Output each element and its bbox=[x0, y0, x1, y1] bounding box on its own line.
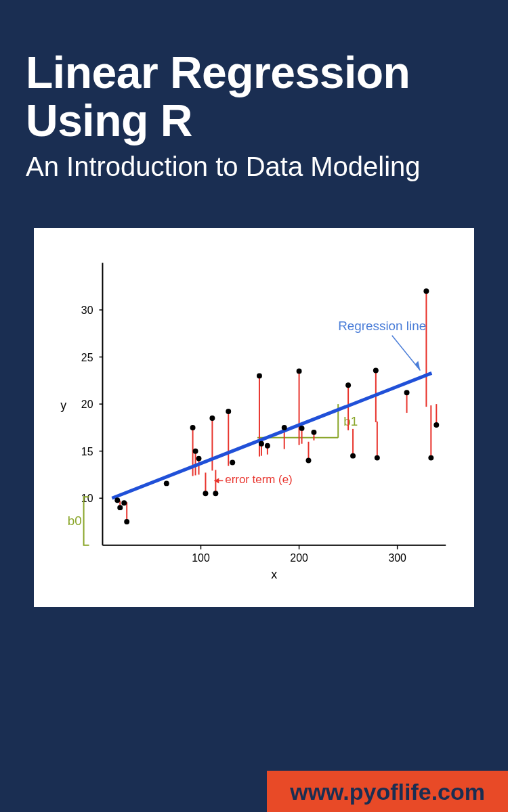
svg-text:100: 100 bbox=[192, 551, 210, 563]
footer-badge: www.pyoflife.com bbox=[267, 771, 508, 812]
svg-point-63 bbox=[259, 441, 264, 446]
website-url: www.pyoflife.com bbox=[290, 779, 485, 805]
svg-point-72 bbox=[373, 367, 379, 373]
page-title: Linear Regression Using R bbox=[26, 49, 482, 145]
svg-point-61 bbox=[230, 459, 235, 465]
svg-marker-80 bbox=[415, 361, 420, 370]
svg-text:b1: b1 bbox=[343, 413, 358, 428]
svg-text:25: 25 bbox=[81, 351, 93, 363]
scatter-chart: 10 15 20 25 30 100 200 300 x y b0 bbox=[34, 228, 474, 607]
svg-text:10: 10 bbox=[81, 493, 93, 504]
svg-point-53 bbox=[164, 480, 169, 486]
svg-point-58 bbox=[209, 415, 215, 421]
y-axis-label: y bbox=[60, 399, 66, 412]
svg-point-52 bbox=[124, 519, 129, 524]
svg-point-50 bbox=[117, 505, 123, 510]
svg-point-77 bbox=[433, 422, 439, 427]
page-subtitle: An Introduction to Data Modeling bbox=[26, 151, 482, 182]
svg-text:b0: b0 bbox=[68, 514, 82, 528]
svg-point-70 bbox=[345, 382, 351, 388]
svg-point-74 bbox=[404, 390, 410, 395]
svg-point-55 bbox=[193, 448, 198, 453]
svg-point-71 bbox=[350, 453, 356, 458]
svg-text:300: 300 bbox=[388, 551, 406, 563]
svg-text:200: 200 bbox=[290, 551, 308, 563]
svg-point-73 bbox=[375, 455, 380, 460]
svg-point-54 bbox=[190, 424, 196, 430]
svg-point-76 bbox=[428, 455, 433, 460]
svg-point-64 bbox=[265, 443, 270, 448]
error-term-annotation: error term (e) bbox=[214, 473, 292, 486]
svg-point-51 bbox=[121, 500, 127, 505]
y-ticks: 10 15 20 25 30 bbox=[81, 304, 103, 504]
svg-text:error term (e): error term (e) bbox=[225, 473, 292, 486]
svg-text:Regression line: Regression line bbox=[338, 318, 426, 332]
svg-point-62 bbox=[257, 373, 262, 378]
x-ticks: 100 200 300 bbox=[192, 545, 406, 563]
svg-point-75 bbox=[423, 288, 429, 294]
svg-point-65 bbox=[282, 424, 287, 430]
svg-point-56 bbox=[196, 455, 202, 461]
svg-point-57 bbox=[203, 491, 208, 496]
svg-point-67 bbox=[299, 425, 305, 430]
svg-text:30: 30 bbox=[81, 304, 93, 316]
svg-point-68 bbox=[306, 457, 312, 463]
x-axis-label: x bbox=[271, 568, 277, 581]
regression-annotation: Regression line bbox=[338, 318, 426, 370]
chart-svg: 10 15 20 25 30 100 200 300 x y b0 bbox=[42, 240, 466, 595]
svg-text:20: 20 bbox=[81, 399, 93, 410]
svg-point-60 bbox=[226, 409, 231, 414]
svg-point-59 bbox=[213, 491, 218, 496]
header: Linear Regression Using R An Introductio… bbox=[0, 0, 508, 202]
svg-point-49 bbox=[114, 497, 120, 503]
svg-text:15: 15 bbox=[81, 445, 93, 457]
svg-point-69 bbox=[311, 429, 316, 434]
svg-point-66 bbox=[297, 368, 302, 374]
